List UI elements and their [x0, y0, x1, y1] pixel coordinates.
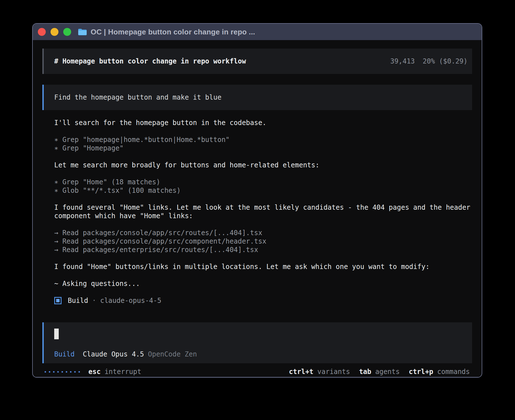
- minimize-button-icon[interactable]: [51, 28, 58, 36]
- shortcut-key: ctrl+t: [289, 368, 313, 376]
- user-message: Find the homepage button and make it blu…: [42, 85, 472, 110]
- assistant-transcript: I'll search for the homepage button in t…: [42, 119, 472, 313]
- tool-call-grep: ∗ Grep "Homepage": [54, 144, 472, 152]
- traffic-lights: [38, 28, 71, 36]
- shortcut-list: ctrl+tvariants tabagents ctrl+pcommands: [289, 368, 470, 376]
- user-message-text: Find the homepage button and make it blu…: [54, 93, 221, 101]
- folder-icon: [78, 28, 87, 36]
- input-provider-label: OpenCode Zen: [148, 350, 197, 358]
- assistant-text: I'll search for the homepage button in t…: [54, 119, 472, 127]
- shortcut-label: variants: [317, 368, 350, 376]
- context-usage: 20% ($0.29): [423, 57, 468, 65]
- shortcut-variants: ctrl+tvariants: [289, 368, 350, 376]
- session-header: # Homepage button color change in repo w…: [42, 49, 472, 74]
- text-cursor: [54, 329, 59, 339]
- session-title: # Homepage button color change in repo w…: [54, 57, 246, 65]
- window-title: OC | Homepage button color change in rep…: [91, 28, 255, 36]
- assistant-text: Let me search more broadly for buttons a…: [54, 161, 472, 169]
- agent-status-line: Build · claude-opus-4-5: [54, 296, 472, 305]
- agent-model: claude-opus-4-5: [100, 296, 162, 305]
- spinner-dots-icon: [45, 371, 80, 373]
- shortcut-agents: tabagents: [359, 368, 400, 376]
- shortcut-key: ctrl+p: [409, 368, 433, 376]
- shortcut-key: tab: [359, 368, 371, 376]
- terminal-window: OC | Homepage button color change in rep…: [32, 23, 482, 378]
- prompt-input[interactable]: Build Claude Opus 4.5 OpenCode Zen: [42, 322, 472, 363]
- tool-call-read: → Read packages/console/app/src/componen…: [54, 237, 472, 246]
- window-footer: [33, 377, 482, 378]
- shortcut-label: commands: [437, 368, 470, 376]
- assistant-text: I found "Home" buttons/links in multiple…: [54, 262, 472, 271]
- token-count: 39,413: [390, 57, 415, 65]
- tool-call-glob: ∗ Glob "**/*.tsx" (100 matches): [54, 186, 472, 195]
- shortcut-commands: ctrl+pcommands: [409, 368, 470, 376]
- close-button-icon[interactable]: [38, 28, 46, 36]
- separator-dot: ·: [92, 296, 96, 305]
- terminal-content: # Homepage button color change in repo w…: [33, 40, 482, 377]
- tool-call-grep: ∗ Grep "Home" (18 matches): [54, 178, 472, 186]
- input-agent-label[interactable]: Build: [54, 350, 75, 358]
- shortcut-label: agents: [375, 368, 400, 376]
- session-stats: 39,413 20% ($0.29): [390, 57, 468, 65]
- assistant-status-text: ~ Asking questions...: [54, 279, 472, 288]
- maximize-button-icon[interactable]: [63, 28, 71, 36]
- input-model-label[interactable]: Claude Opus 4.5: [83, 350, 144, 358]
- titlebar: OC | Homepage button color change in rep…: [33, 24, 482, 40]
- build-agent-icon: [54, 297, 62, 304]
- shortcut-interrupt: escinterrupt: [88, 368, 141, 376]
- shortcut-label: interrupt: [104, 368, 141, 376]
- status-bar: escinterrupt ctrl+tvariants tabagents ct…: [42, 367, 472, 377]
- shortcut-key: esc: [88, 368, 101, 376]
- assistant-text: I found several "Home" links. Let me loo…: [54, 203, 472, 220]
- window-title-group: OC | Homepage button color change in rep…: [78, 28, 255, 36]
- input-meta: Build Claude Opus 4.5 OpenCode Zen: [54, 350, 468, 358]
- tool-call-grep: ∗ Grep "homepage|home.*button|Home.*butt…: [54, 135, 472, 144]
- tool-call-read: → Read packages/enterprise/src/routes/[.…: [54, 246, 472, 254]
- agent-name: Build: [68, 296, 88, 305]
- tool-call-read: → Read packages/console/app/src/routes/[…: [54, 229, 472, 237]
